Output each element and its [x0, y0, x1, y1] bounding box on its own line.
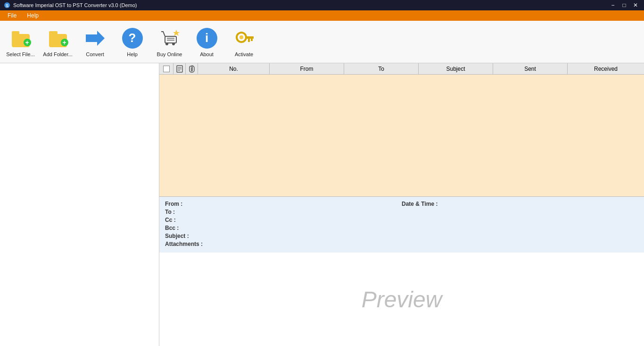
activate-button[interactable]: Activate: [226, 23, 262, 61]
menu-item-help[interactable]: Help: [22, 11, 43, 20]
col-sent-header: Sent: [493, 63, 568, 74]
title-bar-controls: − □ ✕: [608, 1, 640, 9]
email-list[interactable]: [159, 75, 644, 196]
col-received-header: Received: [568, 63, 644, 74]
buy-online-label: Buy Online: [157, 51, 182, 57]
bcc-label: Bcc :: [165, 225, 179, 231]
svg-text:S: S: [6, 3, 8, 8]
to-row: To :: [165, 209, 402, 215]
email-detail-right: Date & Time :: [402, 201, 638, 249]
subject-label: Subject :: [165, 233, 189, 239]
title-bar-left: S Software Imperial OST to PST Converter…: [4, 2, 137, 8]
menu-bar: File Help: [0, 10, 644, 21]
buy-online-button[interactable]: Buy Online: [152, 23, 187, 61]
toolbar: + Select File... + Add Folder... Convert…: [0, 21, 644, 63]
svg-marker-2: [86, 31, 105, 46]
doc-icon: [176, 65, 183, 73]
svg-rect-11: [251, 39, 253, 41]
help-label: Help: [127, 51, 138, 57]
svg-rect-10: [245, 36, 254, 39]
convert-button[interactable]: Convert: [77, 23, 113, 61]
activate-label: Activate: [235, 51, 253, 57]
col-attach-header: [186, 63, 198, 74]
add-folder-button[interactable]: + Add Folder...: [40, 23, 75, 61]
from-row: From :: [165, 201, 402, 207]
title-bar-title: Software Imperial OST to PST Converter v…: [13, 2, 137, 8]
bcc-row: Bcc :: [165, 225, 402, 231]
col-to-header: To: [344, 63, 419, 74]
date-label: Date & Time :: [402, 201, 438, 207]
svg-point-7: [172, 42, 175, 45]
help-button[interactable]: ? Help: [115, 23, 150, 61]
help-icon: ?: [121, 27, 144, 50]
email-detail-left: From : To : Cc : Bcc :: [165, 201, 402, 249]
left-panel: [0, 63, 159, 346]
about-icon: i: [196, 27, 218, 50]
svg-marker-8: [173, 30, 180, 36]
select-all-checkbox[interactable]: [163, 66, 170, 72]
add-folder-icon: +: [47, 27, 69, 50]
svg-point-6: [165, 42, 168, 45]
title-bar: S Software Imperial OST to PST Converter…: [0, 0, 644, 10]
from-label: From :: [165, 201, 182, 207]
date-row: Date & Time :: [402, 201, 638, 207]
select-file-label: Select File...: [6, 51, 35, 57]
svg-rect-3: [165, 36, 176, 43]
buy-online-icon: [158, 27, 181, 50]
activate-icon: [233, 27, 256, 50]
convert-label: Convert: [86, 51, 104, 57]
attachments-label: Attachments :: [165, 241, 203, 247]
menu-item-file[interactable]: File: [3, 11, 21, 20]
attachment-icon: [189, 65, 195, 73]
convert-icon: [84, 27, 107, 50]
col-from-header: From: [270, 63, 344, 74]
main-content: No. From To Subject Sent Received From :…: [0, 63, 644, 346]
about-label: About: [200, 51, 214, 57]
col-check-header: [159, 63, 173, 74]
app-icon: S: [4, 2, 10, 8]
minimize-button[interactable]: −: [608, 1, 618, 9]
svg-point-13: [239, 35, 243, 39]
col-no-header: No.: [198, 63, 270, 74]
email-detail: From : To : Cc : Bcc :: [159, 196, 644, 253]
maximize-button[interactable]: □: [619, 1, 629, 9]
to-label: To :: [165, 209, 175, 215]
subject-row: Subject :: [165, 233, 402, 239]
preview-area: Preview: [159, 253, 644, 346]
table-header: No. From To Subject Sent Received: [159, 63, 644, 75]
close-button[interactable]: ✕: [631, 1, 640, 9]
col-subject-header: Subject: [419, 63, 493, 74]
select-file-icon: +: [9, 27, 32, 50]
about-button[interactable]: i About: [189, 23, 224, 61]
email-detail-grid: From : To : Cc : Bcc :: [165, 201, 638, 249]
select-file-button[interactable]: + Select File...: [3, 23, 38, 61]
preview-text: Preview: [362, 287, 442, 312]
add-folder-label: Add Folder...: [43, 51, 72, 57]
col-doc-header: [173, 63, 186, 74]
attachments-row: Attachments :: [165, 241, 402, 247]
cc-label: Cc :: [165, 217, 176, 223]
right-panel: No. From To Subject Sent Received From :…: [159, 63, 644, 346]
cc-row: Cc :: [165, 217, 402, 223]
svg-rect-12: [248, 39, 250, 42]
